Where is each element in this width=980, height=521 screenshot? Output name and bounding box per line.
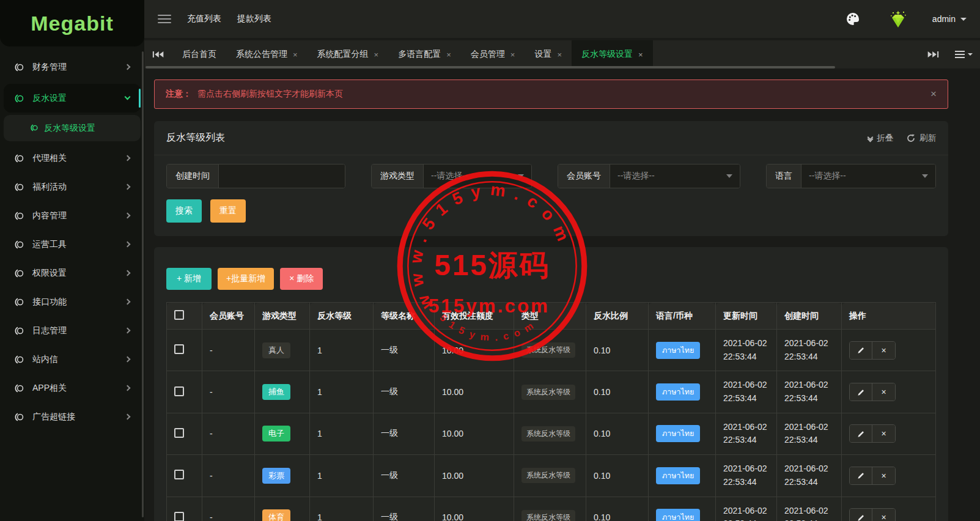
chevron-right-icon [125,385,131,391]
brand-logo: Megabit [0,0,144,46]
delete-row-button[interactable]: × [872,342,895,359]
close-icon[interactable]: × [638,50,643,59]
close-icon[interactable]: × [510,50,515,59]
user-menu[interactable]: admin [932,14,967,24]
cell-updated: 2021-06-02 22:53:44 [716,455,777,497]
table-panel: + 新增 +批量新增 × 删除 会员账号 游戏类型 反水等级 [154,247,948,521]
tab-rebate-level-settings[interactable]: 反水等级设置 × [572,40,653,68]
edit-button[interactable] [850,509,872,521]
tab-multilanguage[interactable]: 多语言配置 × [388,40,461,68]
reset-button[interactable]: 重置 [210,199,246,223]
cell-level-name: 一级 [374,330,435,371]
chevron-right-icon [125,270,131,276]
theme-palette-icon[interactable] [846,12,860,26]
sidebar-item-messages[interactable]: 站内信 [4,345,141,374]
sidebar-scrollbar[interactable] [142,51,144,517]
row-checkbox[interactable] [174,512,184,521]
sidebar-item-operations[interactable]: 运营工具 [4,230,141,259]
close-icon[interactable]: × [557,50,562,59]
type-badge: 系统反水等级 [521,385,575,400]
collapse-button[interactable]: 折叠 [868,133,893,144]
language-badge: ภาษาไทย [656,467,700,484]
cell-level-name: 一级 [374,455,435,497]
sidebar-item-label: 福利活动 [32,182,67,193]
chevron-right-icon [125,357,131,363]
topbar-link-recharge[interactable]: 充值列表 [187,13,221,24]
game-type-select[interactable]: --请选择-- [424,164,531,188]
tab-announcements[interactable]: 系统公告管理 × [226,40,308,68]
sidebar-item-content[interactable]: 内容管理 [4,201,141,230]
sidebar-item-label: 权限设置 [32,268,67,279]
sidebar-subitem-label: 反水等级设置 [44,123,95,134]
tabs-scroll-left-icon[interactable] [144,40,172,68]
row-checkbox[interactable] [174,470,184,479]
app-window: Megabit 财务管理 反水设置 反水等级设置 代理相关 [0,0,980,521]
row-checkbox[interactable] [174,386,184,396]
language-badge: ภาษาไทย [656,383,700,401]
search-button[interactable]: 搜索 [166,199,202,223]
chevron-right-icon [125,242,131,248]
chevron-right-icon [125,64,131,70]
cell-bet: 10.00 [435,371,514,413]
close-icon[interactable]: × [293,50,298,59]
close-icon[interactable]: × [374,50,379,59]
ring-icon [15,298,24,306]
delete-row-button[interactable]: × [872,467,895,484]
member-account-filter: 会员账号 --请选择-- [558,164,740,188]
cell-account: - [202,455,255,497]
tab-settings[interactable]: 设置 × [525,40,572,68]
tab-config-groups[interactable]: 系统配置分组 × [308,40,389,68]
batch-add-button[interactable]: +批量新增 [218,268,274,290]
game-type-badge: 电子 [262,426,290,442]
cell-ratio: 0.10 [586,413,649,454]
avatar-gem-icon[interactable] [885,6,912,32]
col-valid-bet: 有效投注额度 [435,303,514,330]
delete-row-button[interactable]: × [872,383,895,401]
edit-button[interactable] [850,383,872,401]
menu-toggle-icon[interactable] [158,15,171,23]
sidebar-item-welfare[interactable]: 福利活动 [4,172,141,201]
caret-down-icon [968,53,973,56]
member-account-select[interactable]: --请选择-- [610,164,740,188]
language-label: 语言 [767,164,801,188]
close-icon[interactable]: × [446,50,451,59]
alert-close-icon[interactable]: × [930,88,937,100]
tab-members[interactable]: 会员管理 × [461,40,525,68]
refresh-button[interactable]: 刷新 [907,133,936,144]
tabs-menu-icon[interactable] [947,40,980,68]
delete-row-button[interactable]: × [872,425,895,442]
sidebar-subitem-rebate-level[interactable]: 反水等级设置 [4,115,141,141]
sidebar-item-label: 代理相关 [32,153,67,164]
game-type-badge: 捕鱼 [262,384,290,400]
sidebar-item-app[interactable]: APP相关 [4,374,141,402]
sidebar-item-rebate-settings[interactable]: 反水设置 [4,84,141,113]
sidebar-item-label: 内容管理 [32,210,67,221]
game-type-filter: 游戏类型 --请选择-- [371,164,532,188]
sidebar-item-ads[interactable]: 广告超链接 [4,402,141,431]
filter-area: 创建时间 游戏类型 --请选择-- 会员账号 [154,155,948,236]
edit-button[interactable] [850,342,872,359]
edit-button[interactable] [850,467,872,484]
sidebar-item-permissions[interactable]: 权限设置 [4,259,141,287]
sidebar-item-finance[interactable]: 财务管理 [4,53,141,81]
tab-home[interactable]: 后台首页 [172,40,226,68]
topbar-link-withdraw[interactable]: 提款列表 [237,13,271,24]
table-row: - 捕鱼 1 一级 10.00 系统反水等级 0.10 ภาษาไทย 2021… [167,371,936,413]
language-badge: ภาษาไทย [656,425,700,442]
sidebar-item-logs[interactable]: 日志管理 [4,316,141,345]
language-select[interactable]: --请选择-- [801,164,935,188]
sidebar-item-api[interactable]: 接口功能 [4,287,141,316]
delete-button[interactable]: × 删除 [280,268,323,290]
select-all-checkbox[interactable] [174,310,184,320]
sidebar-item-agent[interactable]: 代理相关 [4,144,141,172]
row-checkbox[interactable] [174,344,184,354]
cell-ratio: 0.10 [586,497,649,521]
delete-row-button[interactable]: × [872,509,895,521]
created-time-input[interactable] [219,164,345,188]
tabs-scroll-right-icon[interactable] [919,40,947,68]
row-checkbox[interactable] [174,428,184,438]
add-button[interactable]: + 新增 [166,268,212,290]
cell-created: 2021-06-02 22:53:44 [777,413,842,454]
edit-button[interactable] [850,425,872,442]
notice-alert: 注意： 需点击右侧刷新按钮文字才能刷新本页 × [154,79,948,109]
